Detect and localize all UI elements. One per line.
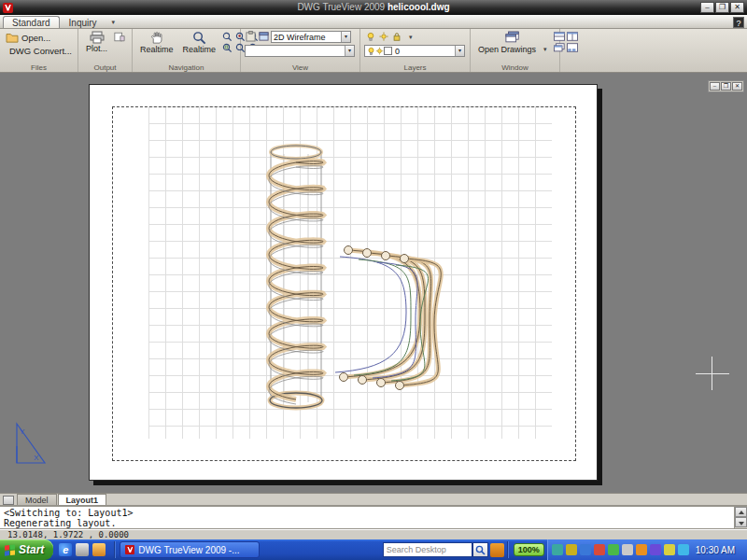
layer-select[interactable]: 0 ▾ bbox=[364, 45, 465, 57]
dwg-convert-button[interactable]: DWG Convert... bbox=[4, 44, 74, 57]
doc-minimize-button[interactable]: – bbox=[710, 82, 720, 91]
search-go-button[interactable] bbox=[472, 542, 488, 557]
window-controls: – ❐ ✕ bbox=[700, 2, 744, 13]
start-button[interactable]: Start bbox=[0, 539, 53, 560]
help-button[interactable]: ? bbox=[733, 17, 744, 28]
lightbulb-icon bbox=[366, 32, 375, 42]
close-button[interactable]: ✕ bbox=[730, 2, 744, 13]
view-named-button[interactable] bbox=[258, 31, 270, 42]
search-icon bbox=[475, 545, 486, 555]
tray-icon-8[interactable] bbox=[650, 544, 661, 555]
ribbon-empty-space bbox=[560, 29, 747, 72]
layer-color-chip bbox=[384, 47, 392, 55]
scroll-down-button[interactable] bbox=[735, 517, 747, 527]
panel-caption-navigation: Navigation bbox=[133, 63, 240, 72]
cascade-button[interactable] bbox=[554, 42, 566, 53]
titlebar: DWG TrueView 2009 helicoool.dwg – ❐ ✕ bbox=[0, 0, 747, 15]
layer-freeze-button[interactable] bbox=[377, 31, 389, 42]
tile-horizontal-button[interactable] bbox=[554, 31, 566, 42]
named-view-select[interactable]: ▾ bbox=[245, 45, 355, 57]
tile-vertical-button[interactable] bbox=[567, 31, 579, 42]
document-window-controls: – ❐ ✕ bbox=[708, 80, 744, 92]
layout-tab-menu-icon[interactable] bbox=[3, 496, 14, 505]
visual-style-select[interactable]: 2D Wireframe ▾ bbox=[271, 31, 351, 43]
doc-restore-button[interactable]: ❐ bbox=[721, 82, 731, 91]
tray-icon-9[interactable] bbox=[664, 544, 675, 555]
chevron-down-icon[interactable]: ▾ bbox=[345, 46, 354, 56]
chevron-down-icon[interactable]: ▾ bbox=[341, 32, 350, 42]
dwg-trueview-icon bbox=[125, 545, 134, 554]
crosshair-cursor bbox=[712, 357, 712, 390]
taskbar-clock[interactable]: 10:30 AM bbox=[692, 545, 742, 555]
chevron-down-icon[interactable]: ▾ bbox=[455, 46, 464, 56]
tab-model[interactable]: Model bbox=[17, 494, 57, 505]
minimize-button[interactable]: – bbox=[700, 2, 714, 13]
drawing-viewport[interactable]: – ❐ ✕ Y X bbox=[0, 73, 747, 493]
tab-layout1[interactable]: Layout1 bbox=[58, 494, 107, 505]
zoom-realtime-button[interactable]: Realtime bbox=[179, 31, 220, 54]
tray-icon-10[interactable] bbox=[678, 544, 689, 555]
view-clipboard-button[interactable] bbox=[245, 31, 257, 42]
open-button-label: Open... bbox=[21, 33, 50, 43]
tray-icon-3[interactable] bbox=[580, 544, 591, 555]
plot-button[interactable]: Plot... bbox=[82, 31, 111, 53]
zoom-window-icon bbox=[222, 32, 233, 42]
task-button-label: DWG TrueView 2009 -... bbox=[138, 545, 239, 555]
tray-icon-1[interactable] bbox=[552, 544, 563, 555]
battery-indicator[interactable]: 100% bbox=[514, 543, 544, 556]
cascade-icon bbox=[554, 43, 565, 52]
quicklaunch-folder-icon[interactable] bbox=[92, 543, 106, 556]
tray-icon-5[interactable] bbox=[608, 544, 619, 555]
layer-lock-button[interactable] bbox=[390, 31, 402, 42]
search-desktop-input[interactable] bbox=[383, 542, 472, 557]
command-scrollbar[interactable] bbox=[734, 507, 747, 528]
panel-caption-output: Output bbox=[78, 63, 132, 72]
scroll-up-button[interactable] bbox=[735, 507, 747, 517]
pan-realtime-button[interactable]: Realtime bbox=[136, 31, 177, 54]
crosshair-cursor bbox=[696, 373, 729, 374]
page-setup-icon bbox=[114, 32, 125, 42]
lock-icon bbox=[392, 32, 402, 42]
zoom-extents-icon bbox=[222, 43, 233, 53]
panel-caption-view: View bbox=[241, 63, 359, 72]
tray-icon-7[interactable] bbox=[636, 544, 647, 555]
svg-text:X: X bbox=[34, 454, 39, 462]
app-window: DWG TrueView 2009 helicoool.dwg – ❐ ✕ St… bbox=[0, 0, 747, 560]
tray-icon-6[interactable] bbox=[622, 544, 633, 555]
zoom-extents-button[interactable] bbox=[221, 42, 233, 53]
zoom-window-button[interactable] bbox=[221, 31, 233, 42]
tab-inquiry[interactable]: Inquiry bbox=[60, 16, 106, 28]
tray-icon-4[interactable] bbox=[594, 544, 605, 555]
quicklaunch-ie-icon[interactable]: e bbox=[59, 543, 72, 556]
layer-tools-expand-icon[interactable]: ▾ bbox=[409, 31, 413, 43]
tray-icon-2[interactable] bbox=[566, 544, 577, 555]
status-bar: 13.0148, 1.9722 , 0.0000 bbox=[0, 529, 747, 539]
search-plugin-icon[interactable] bbox=[490, 543, 504, 557]
ribbon-panel-output: Plot... Output bbox=[78, 29, 133, 72]
command-window[interactable]: <Switching to: Layout1> Regenerating lay… bbox=[0, 505, 747, 529]
layer-on-button[interactable] bbox=[364, 31, 376, 42]
tab-standard[interactable]: Standard bbox=[3, 16, 60, 28]
open-button[interactable]: Open... bbox=[4, 31, 74, 44]
window-title: DWG TrueView 2009 helicoool.dwg bbox=[0, 0, 747, 15]
ucs-icon: Y X bbox=[11, 420, 49, 467]
system-tray: 10:30 AM bbox=[547, 539, 747, 560]
quicklaunch-desktop-icon[interactable] bbox=[76, 543, 89, 556]
open-drawings-button[interactable]: Open Drawings ▾ bbox=[474, 31, 551, 55]
open-drawings-icon bbox=[505, 31, 520, 43]
task-button-dwg-trueview[interactable]: DWG TrueView 2009 -... bbox=[120, 541, 260, 558]
ribbon: Open... DWG Convert... Files Plot... Out… bbox=[0, 29, 747, 73]
restore-button[interactable]: ❐ bbox=[715, 2, 729, 13]
toolbar-customize-icon[interactable]: ▾ bbox=[112, 16, 116, 28]
zoom-realtime-label: Realtime bbox=[183, 45, 217, 54]
tile-horizontal-icon bbox=[554, 32, 565, 41]
ribbon-tab-row: Standard Inquiry ▾ ? bbox=[0, 15, 747, 29]
batch-plot-button[interactable] bbox=[113, 31, 125, 42]
command-line-1: <Switching to: Layout1> bbox=[4, 508, 732, 518]
window-title-doc: helicoool.dwg bbox=[388, 2, 450, 12]
zoom-magnifier-icon bbox=[192, 31, 206, 45]
doc-close-button[interactable]: ✕ bbox=[732, 82, 742, 91]
arrange-icons-button[interactable] bbox=[567, 42, 579, 53]
ribbon-panel-navigation: Realtime Realtime bbox=[133, 29, 241, 72]
window-title-app: DWG TrueView 2009 bbox=[297, 2, 385, 12]
